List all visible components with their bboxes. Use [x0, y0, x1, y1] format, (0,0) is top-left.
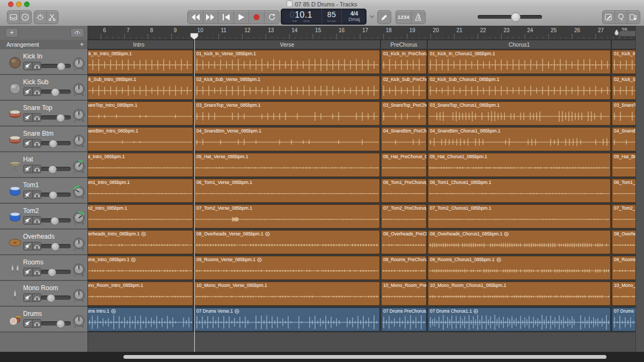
mute-button[interactable]: [24, 191, 32, 198]
pan-knob[interactable]: LR: [72, 237, 85, 251]
audio-region[interactable]: 02_Kick_Sub: [612, 76, 635, 100]
solo-button[interactable]: [32, 191, 41, 198]
audio-region[interactable]: 08_Overheads_Chorus1_085bpm.1: [428, 230, 611, 254]
cycle-button[interactable]: [265, 11, 280, 24]
track-volume-thumb[interactable]: [50, 217, 59, 225]
audio-region[interactable]: 06_Tom1_Verse_085bpm.1: [194, 179, 380, 203]
solo-button[interactable]: [32, 88, 41, 95]
audio-region[interactable]: 02_Kick_Sub_Verse_085bpm.1: [194, 76, 380, 100]
track-volume-slider[interactable]: [41, 167, 71, 171]
track-header-rooms[interactable]: RoomsLR: [0, 255, 87, 281]
audio-region[interactable]: 07 Drums Chorus1.1: [428, 307, 611, 331]
audio-region[interactable]: 07_Tom2_Br: [612, 204, 635, 228]
rewind-button[interactable]: [188, 11, 203, 24]
fast-forward-button[interactable]: [203, 11, 219, 24]
audio-region[interactable]: om1_Intro_085bpm.1: [87, 179, 193, 203]
audio-region[interactable]: 02_Kick_Sub_Chorus1_085bpm.1: [428, 76, 611, 100]
solo-button[interactable]: [32, 114, 41, 121]
track-volume-slider[interactable]: [41, 244, 71, 248]
audio-region[interactable]: ck_Sub_Intro_085bpm.1: [87, 76, 193, 100]
audio-region[interactable]: 10_Mono_Ro: [612, 282, 635, 306]
audio-region[interactable]: 08_Overhea: [612, 230, 635, 254]
go-to-beginning-button[interactable]: [218, 11, 234, 24]
add-arrangement-marker-button[interactable]: +: [80, 41, 84, 48]
track-volume-thumb[interactable]: [49, 139, 57, 148]
audio-region[interactable]: nareTop_Intro_085bpm.1: [87, 101, 193, 125]
lcd-display[interactable]: 010.1 barbeat 85 tempo 4/4 Dmaj: [281, 9, 367, 25]
note-pads-button[interactable]: [603, 11, 615, 24]
audio-region[interactable]: 02_Kick_Sub_PreChorus_: [381, 76, 427, 100]
audio-region[interactable]: 07_Tom2_Chorus1_085bpm.1: [428, 204, 611, 228]
horizontal-scrollbar-thumb[interactable]: [123, 355, 606, 359]
solo-button[interactable]: [32, 62, 41, 70]
track-volume-slider[interactable]: [41, 321, 71, 326]
track-volume-slider[interactable]: [41, 295, 71, 300]
audio-region[interactable]: ums Intro.1: [87, 307, 193, 331]
audio-region[interactable]: 03_SnareTop_PreChorus_: [381, 101, 427, 125]
track-header-drums[interactable]: DrumsLR: [0, 307, 87, 333]
pan-knob[interactable]: LR: [72, 314, 85, 328]
audio-region[interactable]: 07 Drums PreChorus.1: [381, 307, 427, 331]
mute-button[interactable]: [24, 62, 32, 70]
audio-region[interactable]: 05_Hat_PreChorus_085b: [381, 153, 427, 177]
track-header-kick-in[interactable]: Kick InLR: [0, 49, 87, 75]
count-in-button[interactable]: 1234: [396, 11, 412, 24]
track-volume-slider[interactable]: [41, 115, 71, 120]
pan-knob[interactable]: LR: [72, 211, 85, 225]
playhead-line[interactable]: [194, 40, 195, 352]
master-volume-slider[interactable]: [478, 15, 542, 19]
audio-region[interactable]: 07 Drums Br: [612, 307, 635, 331]
mute-button[interactable]: [24, 217, 32, 224]
solo-button[interactable]: [32, 139, 41, 147]
audio-region[interactable]: 07 Drums Verse.1: [194, 307, 380, 331]
record-button[interactable]: [249, 11, 265, 24]
pan-knob[interactable]: LR: [72, 288, 85, 302]
audio-region[interactable]: 07_Tom2_Verse_085bpm.1: [194, 204, 380, 228]
mute-button[interactable]: [24, 114, 32, 121]
track-volume-thumb[interactable]: [48, 268, 56, 277]
track-header-tom2[interactable]: Tom2LR: [0, 204, 87, 230]
track-volume-slider[interactable]: [41, 193, 71, 197]
audio-region[interactable]: 03_SnareTop_Verse_085bpm.1: [194, 101, 380, 125]
loop-browser-button[interactable]: [615, 11, 627, 24]
audio-region[interactable]: 05_Hat_Verse_085bpm.1: [194, 153, 380, 177]
audio-region[interactable]: 01_Kick_In_B: [612, 50, 635, 74]
track-volume-slider[interactable]: [41, 270, 71, 274]
metronome-button[interactable]: [412, 11, 425, 24]
mute-button[interactable]: [24, 320, 32, 327]
beat-ruler[interactable]: 6789101112131415161718192021222324252627…: [87, 26, 635, 40]
audio-region[interactable]: 09_Rooms_Chorus1_085bpm.1: [428, 256, 611, 280]
track-volume-slider[interactable]: [41, 218, 71, 223]
track-volume-slider[interactable]: [41, 90, 71, 94]
audio-region[interactable]: 06_Tom1_Bri: [612, 179, 635, 203]
audio-region[interactable]: 04_SnareBt: [612, 127, 635, 151]
pan-knob[interactable]: LR: [72, 262, 85, 277]
track-header-snare-top[interactable]: Snare TopLR: [0, 101, 87, 127]
track-volume-thumb[interactable]: [56, 114, 65, 122]
audio-region[interactable]: 10_Mono_Room_Verse_085bpm.1: [194, 282, 380, 306]
audio-region[interactable]: m2_Intro_085bpm.1: [87, 204, 193, 228]
pan-knob[interactable]: LR: [72, 56, 85, 71]
audio-region[interactable]: 01_Kick_In_PreChorus_08: [381, 50, 427, 74]
pan-knob[interactable]: LR: [72, 185, 85, 200]
track-header-kick-sub[interactable]: Kick SubLR: [0, 75, 87, 101]
solo-button[interactable]: [32, 217, 41, 224]
track-volume-thumb[interactable]: [51, 88, 60, 97]
mute-button[interactable]: [24, 139, 32, 147]
editors-button[interactable]: [47, 11, 58, 24]
pan-knob[interactable]: LR: [72, 159, 85, 174]
audio-region[interactable]: oms_Intro_085bpm.1: [87, 256, 193, 280]
media-browser-button[interactable]: [627, 11, 639, 24]
zoom-playhead-icon[interactable]: [613, 29, 620, 37]
audio-region[interactable]: 01_Kick_In_Verse_085bpm.1: [194, 50, 380, 74]
pan-knob[interactable]: LR: [72, 134, 85, 148]
audio-region[interactable]: 03_SnareTop: [612, 101, 635, 125]
track-volume-thumb[interactable]: [51, 242, 60, 251]
audio-region[interactable]: 05_Hat_Chorus1_085bpm.1: [428, 153, 611, 177]
mute-button[interactable]: [24, 294, 32, 301]
track-volume-slider[interactable]: [41, 141, 71, 145]
audio-region[interactable]: 03_SnareTop_Chorus1_085bpm.1: [428, 101, 611, 125]
audio-region[interactable]: 08_Overheads_PreChoru: [381, 230, 427, 254]
master-volume-thumb[interactable]: [511, 12, 521, 22]
audio-region[interactable]: verheads_Intro_085bpm.1: [87, 230, 193, 254]
